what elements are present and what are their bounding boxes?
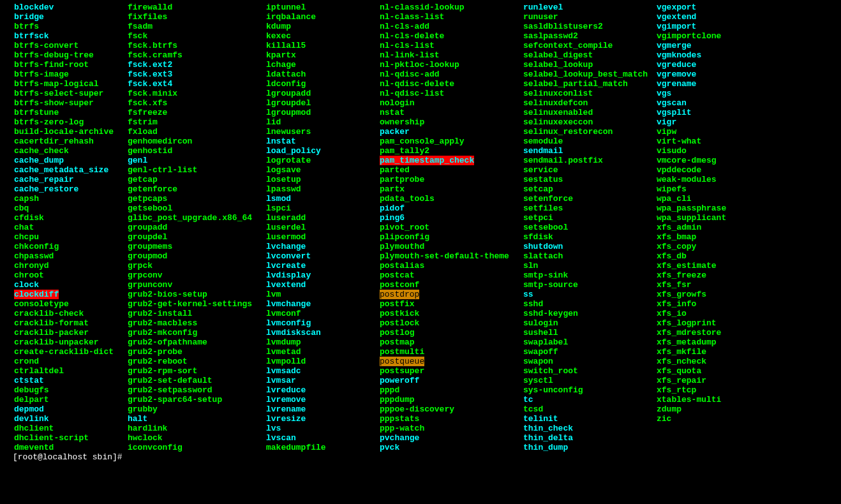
file-entry: pam_tally2 xyxy=(380,146,429,156)
file-entry: irqbalance xyxy=(266,12,316,22)
file-entry: xfs_rtcp xyxy=(657,385,696,395)
file-entry: vigr xyxy=(657,117,676,127)
file-entry: genl xyxy=(128,156,147,165)
shell-prompt[interactable]: [root@localhost sbin]# xyxy=(13,452,841,462)
ls-column: iptunnel irqbalance kdump kexec killall5… xyxy=(266,3,380,452)
file-entry: lgroupadd xyxy=(266,89,311,98)
file-entry: postlock xyxy=(380,318,419,328)
file-entry: partprobe xyxy=(380,175,424,184)
file-entry: vgreduce xyxy=(657,60,696,70)
file-entry: getpcaps xyxy=(128,194,167,204)
file-entry: xfs_admin xyxy=(657,223,701,232)
file-entry: btrfstune xyxy=(14,108,59,117)
file-entry: selabel_lookup xyxy=(523,60,593,70)
file-entry: cracklib-unpacker xyxy=(14,337,99,347)
file-entry: delpart xyxy=(14,395,49,404)
file-entry: postconf xyxy=(380,280,419,290)
file-entry: lvchange xyxy=(266,242,306,251)
file-entry: build-locale-archive xyxy=(14,127,114,137)
file-entry: btrfs-find-root xyxy=(14,60,89,70)
terminal-output[interactable]: blockdev bridge btrfs btrfsck btrfs-conv… xyxy=(0,0,841,462)
file-entry: sestatus xyxy=(523,175,563,184)
file-entry: grub2-rpm-sort xyxy=(128,366,197,376)
file-entry: nl-qdisc-delete xyxy=(380,79,454,89)
file-entry: xfs_logprint xyxy=(657,318,717,328)
file-entry: xfs_growfs xyxy=(657,290,706,299)
file-entry: fsck.btrfs xyxy=(128,41,177,50)
file-entry: genhostid xyxy=(128,146,172,156)
file-entry: chronyd xyxy=(14,261,49,271)
file-entry: tcsd xyxy=(523,404,543,414)
file-entry: setcap xyxy=(523,184,553,194)
file-entry: swaplabel xyxy=(523,337,568,347)
file-entry: wpa_passphrase xyxy=(657,204,726,213)
file-entry: nl-class-list xyxy=(380,12,444,22)
file-entry: xtables-multi xyxy=(657,395,721,404)
file-entry: selinuxdefcon xyxy=(523,98,588,108)
file-entry: luseradd xyxy=(266,213,306,223)
file-entry: ss xyxy=(523,290,533,299)
file-entry: plymouthd xyxy=(380,242,424,251)
file-entry: plipconfig xyxy=(380,232,429,242)
file-entry: sendmail xyxy=(523,146,563,156)
file-entry: postdrop xyxy=(380,290,419,299)
file-entry: setfiles xyxy=(523,204,563,213)
file-entry: sfdisk xyxy=(523,232,553,242)
file-entry: vgimportclone xyxy=(657,31,721,41)
file-entry: selabel_partial_match xyxy=(523,79,628,89)
file-entry: nstat xyxy=(380,108,405,117)
file-entry: killall5 xyxy=(266,41,306,50)
file-entry: cfdisk xyxy=(14,213,44,223)
file-entry: sushell xyxy=(523,328,558,337)
file-entry: fsck.cramfs xyxy=(128,50,182,60)
file-entry: lvmetad xyxy=(266,347,301,357)
file-entry: sasldblistusers2 xyxy=(523,22,603,31)
file-entry: xfs_mkfile xyxy=(657,347,706,357)
file-entry: pam_console_apply xyxy=(380,137,465,146)
ls-column: blockdev bridge btrfs btrfsck btrfs-conv… xyxy=(14,3,128,452)
file-entry: ctrlaltdel xyxy=(14,366,64,376)
file-entry: lid xyxy=(266,117,281,127)
file-entry: thin_check xyxy=(523,424,573,433)
file-entry: cache_check xyxy=(14,146,69,156)
file-entry: lvm xyxy=(266,290,281,299)
file-entry: runlevel xyxy=(523,3,563,12)
file-entry: lvmdump xyxy=(266,337,301,347)
file-entry: plymouth-set-default-theme xyxy=(380,251,509,261)
file-entry: lvs xyxy=(266,424,281,433)
file-entry: ppp-watch xyxy=(380,424,424,433)
file-entry: fsck.ext3 xyxy=(128,70,172,79)
file-entry: nl-link-list xyxy=(380,50,440,60)
file-entry: fstrim xyxy=(128,117,158,127)
file-entry: fsck.xfs xyxy=(128,98,167,108)
file-entry: chroot xyxy=(14,271,44,280)
file-entry: btrfs-debug-tree xyxy=(14,50,94,60)
file-entry: lvmconf xyxy=(266,309,301,318)
file-entry: fxload xyxy=(128,127,158,137)
file-entry: chat xyxy=(14,223,34,232)
file-entry: fsck.ext2 xyxy=(128,60,172,70)
file-entry: selinuxconlist xyxy=(523,89,593,98)
file-entry: postlog xyxy=(380,328,415,337)
file-entry: ldattach xyxy=(266,70,306,79)
file-entry: lvmconfig xyxy=(266,318,311,328)
file-entry: depmod xyxy=(14,404,44,414)
file-entry: lpasswd xyxy=(266,184,301,194)
file-entry: genl-ctrl-list xyxy=(128,165,197,175)
file-entry: postmulti xyxy=(380,347,424,357)
file-entry: fsck.ext4 xyxy=(128,79,172,89)
file-entry: service xyxy=(523,165,558,175)
file-entry: vgextend xyxy=(657,12,696,22)
file-entry: nl-classid-lookup xyxy=(380,3,465,12)
file-entry: getenforce xyxy=(128,184,177,194)
file-entry: grub2-macbless xyxy=(128,318,197,328)
file-entry: zic xyxy=(657,414,671,424)
file-entry: grpconv xyxy=(128,271,163,280)
file-entry: vgimport xyxy=(657,22,696,31)
file-entry: selinuxexeccon xyxy=(523,117,593,127)
ls-column: firewalld fixfiles fsadm fsck fsck.btrfs… xyxy=(128,3,266,452)
file-entry: cacertdir_rehash xyxy=(14,137,94,146)
file-entry: groupmod xyxy=(128,251,167,261)
file-entry: cache_metadata_size xyxy=(14,165,108,175)
file-entry: wpa_cli xyxy=(657,194,692,204)
